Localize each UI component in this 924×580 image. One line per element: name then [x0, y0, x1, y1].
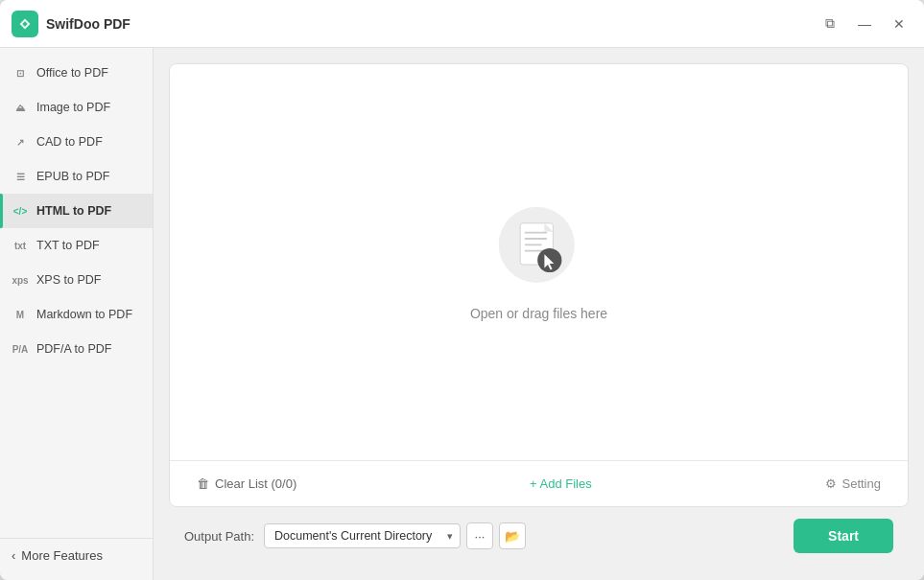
sidebar-icon-txt-to-pdf: txt — [12, 237, 29, 254]
output-row: Output Path: Document's Current Director… — [169, 507, 909, 565]
restore-button[interactable]: ⧉ — [817, 11, 843, 37]
app-title: SwifDoo PDF — [46, 16, 817, 32]
sidebar-icon-html-to-pdf: </> — [12, 202, 29, 220]
sidebar-item-txt-to-pdf[interactable]: txtTXT to PDF — [0, 228, 153, 263]
sidebar-label-markdown-to-pdf: Markdown to PDF — [36, 308, 132, 321]
sidebar: ⊡Office to PDF⛰Image to PDF↗CAD to PDF☰E… — [0, 48, 154, 580]
more-options-button[interactable]: ··· — [466, 522, 493, 549]
clear-list-button[interactable]: 🗑 Clear List (0/0) — [189, 473, 304, 495]
sidebar-icon-image-to-pdf: ⛰ — [12, 99, 29, 116]
drop-zone-text: Open or drag files here — [470, 306, 607, 321]
sidebar-icon-pdfa-to-pdf: P/A — [12, 340, 29, 358]
sidebar-item-xps-to-pdf[interactable]: xpsXPS to PDF — [0, 263, 153, 297]
setting-button[interactable]: ⚙ Setting — [817, 473, 888, 495]
gear-icon: ⚙ — [825, 476, 837, 491]
window-controls: ⧉ — ✕ — [817, 11, 912, 37]
start-button[interactable]: Start — [794, 519, 893, 553]
sidebar-label-image-to-pdf: Image to PDF — [36, 101, 110, 114]
trash-icon: 🗑 — [197, 476, 209, 491]
app-window: SwifDoo PDF ⧉ — ✕ ⊡Office to PDF⛰Image t… — [0, 0, 924, 580]
app-logo — [12, 11, 38, 37]
close-button[interactable]: ✕ — [886, 11, 912, 37]
drop-icon — [496, 204, 582, 290]
output-path-label: Output Path: — [184, 529, 254, 544]
sidebar-bottom: ‹ More Features — [0, 538, 153, 572]
sidebar-item-markdown-to-pdf[interactable]: MMarkdown to PDF — [0, 297, 153, 332]
sidebar-label-cad-to-pdf: CAD to PDF — [36, 135, 103, 149]
drop-zone-main: Open or drag files here — [170, 64, 908, 460]
drop-zone[interactable]: Open or drag files here 🗑 Clear List (0/… — [169, 63, 909, 507]
setting-label: Setting — [842, 476, 881, 491]
more-features-label: More Features — [21, 548, 103, 563]
main-layout: ⊡Office to PDF⛰Image to PDF↗CAD to PDF☰E… — [0, 48, 924, 580]
sidebar-item-image-to-pdf[interactable]: ⛰Image to PDF — [0, 90, 153, 125]
more-features-item[interactable]: ‹ More Features — [12, 548, 141, 563]
output-select-wrapper: Document's Current DirectoryCustom Direc… — [264, 522, 526, 549]
sidebar-label-xps-to-pdf: XPS to PDF — [36, 273, 101, 287]
add-files-button[interactable]: + Add Files — [522, 473, 600, 495]
sidebar-icon-cad-to-pdf: ↗ — [12, 133, 29, 151]
minimize-button[interactable]: — — [851, 11, 878, 37]
sidebar-icon-xps-to-pdf: xps — [12, 271, 29, 289]
title-bar: SwifDoo PDF ⧉ — ✕ — [0, 0, 924, 48]
clear-list-label: Clear List (0/0) — [215, 476, 296, 491]
drop-zone-footer: 🗑 Clear List (0/0) + Add Files ⚙ Setting — [170, 460, 908, 506]
sidebar-label-epub-to-pdf: EPUB to PDF — [36, 170, 109, 183]
sidebar-item-cad-to-pdf[interactable]: ↗CAD to PDF — [0, 125, 153, 159]
sidebar-item-office-to-pdf[interactable]: ⊡Office to PDF — [0, 56, 153, 90]
add-files-label: + Add Files — [530, 476, 592, 491]
open-folder-button[interactable]: 📂 — [499, 522, 526, 549]
chevron-left-icon: ‹ — [12, 548, 15, 563]
sidebar-label-pdfa-to-pdf: PDF/A to PDF — [36, 342, 112, 356]
folder-icon: 📂 — [505, 529, 520, 544]
sidebar-icon-epub-to-pdf: ☰ — [12, 168, 29, 185]
sidebar-icon-markdown-to-pdf: M — [12, 306, 29, 323]
sidebar-item-pdfa-to-pdf[interactable]: P/APDF/A to PDF — [0, 332, 153, 366]
output-path-select[interactable]: Document's Current DirectoryCustom Direc… — [264, 523, 461, 548]
sidebar-icon-office-to-pdf: ⊡ — [12, 64, 29, 81]
output-select-container: Document's Current DirectoryCustom Direc… — [264, 523, 461, 548]
sidebar-label-office-to-pdf: Office to PDF — [36, 66, 108, 80]
sidebar-item-html-to-pdf[interactable]: </>HTML to PDF — [0, 194, 153, 228]
sidebar-label-html-to-pdf: HTML to PDF — [36, 204, 111, 218]
content-area: Open or drag files here 🗑 Clear List (0/… — [154, 48, 924, 580]
sidebar-label-txt-to-pdf: TXT to PDF — [36, 239, 100, 252]
sidebar-item-epub-to-pdf[interactable]: ☰EPUB to PDF — [0, 159, 153, 194]
